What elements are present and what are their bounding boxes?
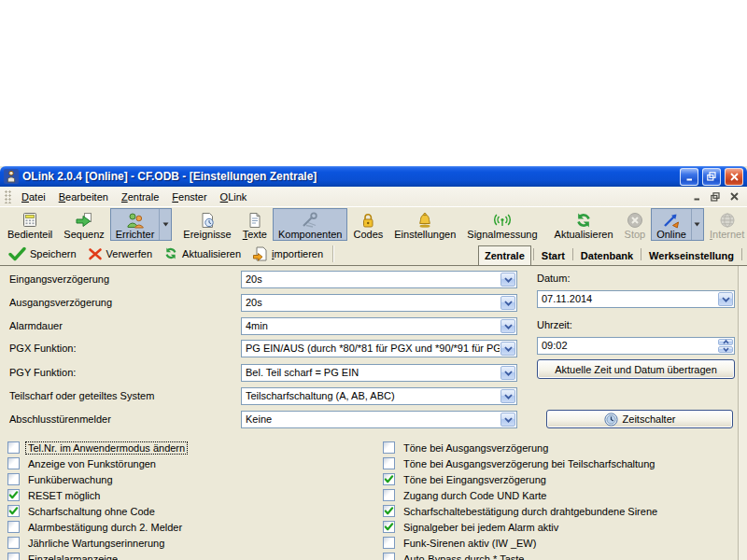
toolbar-button-codes[interactable]: Codes (347, 208, 388, 241)
toolbar-button-verwerfen[interactable]: Verwerfen (82, 244, 159, 264)
menu-item-fenster[interactable]: Fenster (165, 189, 213, 205)
checkbox[interactable] (383, 441, 395, 454)
toolbar-button-signalmessung[interactable]: Signalmessung (461, 208, 543, 241)
checkbox[interactable] (383, 489, 395, 501)
checkbox-row[interactable]: Funküberwachung (7, 473, 187, 485)
spinner-down-button[interactable] (718, 346, 733, 353)
tab-zentrale[interactable]: Zentrale (478, 245, 531, 266)
checkbox-row[interactable]: Zugang durch Code UND Karte (383, 489, 659, 501)
checkbox-checked[interactable] (7, 489, 20, 501)
dropdown-pgy-funktion[interactable]: Bel. Teil scharf = PG EIN (241, 364, 517, 382)
tab-start[interactable]: Start (536, 245, 571, 265)
checkbox-checked[interactable] (383, 505, 395, 517)
tab-werkseinstellung[interactable]: Werkseinstellung (643, 245, 740, 265)
menu-item-datei[interactable]: Datei (15, 189, 52, 205)
tab-datenbank[interactable]: Datenbank (575, 245, 639, 265)
dropdown-arrow-button[interactable] (500, 296, 515, 310)
checkbox-row[interactable]: Scharfschaltebestätigung durch drahtgebu… (383, 505, 659, 517)
dropdown-eingangsverz-gerung[interactable]: 20s (241, 271, 517, 288)
edit-toolbar: SpeichernVerwerfenAktualisierenimportier… (0, 242, 747, 266)
time-spinner[interactable]: 09:02 (537, 337, 735, 355)
dropdown-arrow-button[interactable] (718, 292, 733, 306)
mdi-restore-button[interactable] (708, 190, 723, 203)
checkbox-row[interactable]: Töne bei Eingangsverzögerung (383, 473, 659, 485)
toolbar-button-importieren[interactable]: importieren (247, 244, 329, 264)
checkbox[interactable] (383, 553, 395, 560)
restore-button[interactable] (702, 168, 721, 186)
toolbar-button-bedienteil[interactable]: Bedienteil (2, 208, 58, 241)
checkbox-checked[interactable] (383, 521, 395, 533)
checkbox-row[interactable]: Auto-Bypass durch * Taste (383, 553, 659, 560)
dropdown-arrow-button[interactable] (159, 209, 171, 240)
toolbar-button-online[interactable]: Online (652, 209, 691, 240)
checkbox-column-left: Tel.Nr. im Anwendermodus ändernAnzeige v… (7, 441, 187, 560)
menu-item-bearbeiten[interactable]: Bearbeiten (52, 189, 115, 205)
checkbox-row[interactable]: Töne bei Ausgangsverzögerung (383, 441, 659, 454)
checkbox-row[interactable]: Jährliche Wartungserinnerung (7, 537, 187, 549)
toolbar-button-label: Sequenz (63, 229, 104, 240)
minimize-icon (693, 192, 701, 201)
dropdown-ausgangsverz-gerung[interactable]: 20s (241, 294, 517, 312)
menu-item-olink[interactable]: OLink (214, 189, 254, 205)
toolbar-drag-handle[interactable] (5, 190, 12, 203)
checkbox[interactable] (383, 537, 395, 549)
dropdown-pgx-funktion[interactable]: PG EIN/AUS (durch *80/*81 für PGX und *9… (241, 340, 517, 357)
close-button[interactable] (725, 168, 743, 186)
checkbox-row[interactable]: Einzelalarmanzeige (7, 553, 187, 560)
dropdown-value: 20s (242, 295, 500, 311)
toolbar-splitbutton-online[interactable]: Online (651, 208, 704, 241)
checkbox-row[interactable]: Anzeige von Funkstörungen (7, 457, 187, 469)
toolbar-button-sequenz[interactable]: Sequenz (58, 208, 109, 241)
form-label-eingangsverz-gerung: Eingangsverzögerung (9, 273, 109, 285)
zeitschalter-button[interactable]: Zeitschalter (546, 410, 733, 428)
menu-item-zentrale[interactable]: Zentrale (115, 189, 165, 205)
dropdown-arrow-button[interactable] (500, 342, 515, 356)
checkbox[interactable] (7, 521, 20, 533)
checkbox-checked[interactable] (7, 505, 20, 517)
dropdown-arrow-button[interactable] (500, 273, 515, 287)
checkbox[interactable] (383, 457, 395, 469)
tab-separator (572, 248, 573, 260)
dropdown-arrow-button[interactable] (500, 319, 515, 333)
toolbar-button-errichter[interactable]: Errichter (111, 209, 160, 240)
checkbox-checked[interactable] (383, 473, 395, 485)
checkbox-row[interactable]: Töne bei Ausgangsverzögerung bei Teilsch… (383, 457, 659, 469)
title-bar[interactable]: OLink 2.0.4 [Online] - CF.ODB - [Einstel… (0, 166, 747, 187)
dropdown-arrow-button[interactable] (691, 209, 703, 240)
toolbar-button-komponenten[interactable]: Komponenten (273, 208, 348, 241)
mdi-close-button[interactable] (726, 190, 741, 203)
transfer-datetime-button[interactable]: Aktuelle Zeit und Datum übertragen (537, 359, 735, 379)
checkbox-row[interactable]: Scharfschaltung ohne Code (7, 505, 187, 517)
dropdown-abschlusst-renmelder[interactable]: Keine (241, 411, 517, 428)
checkbox-row[interactable]: Signalgeber bei jedem Alarm aktiv (383, 521, 659, 533)
dropdown-arrow-button[interactable] (500, 389, 515, 403)
spinner-up-button[interactable] (718, 339, 733, 345)
toolbar-button-internet[interactable]: Internet (704, 208, 747, 241)
toolbar-button-aktualisieren[interactable]: Aktualisieren (549, 208, 619, 241)
checkbox[interactable] (7, 537, 20, 549)
toolbar-button-aktualisieren[interactable]: Aktualisieren (158, 244, 247, 263)
toolbar-button-einstellungen[interactable]: Einstellungen (388, 208, 461, 241)
toolbar-button-speichern[interactable]: Speichern (3, 244, 82, 264)
refresh-small-icon (163, 246, 178, 260)
checkbox[interactable] (7, 457, 20, 469)
toolbar-button-texte[interactable]: Texte (237, 208, 273, 241)
checkbox[interactable] (7, 441, 20, 454)
checkbox-row[interactable]: Alarmbestätigung durch 2. Melder (7, 521, 187, 533)
dropdown-alarmdauer[interactable]: 4min (241, 317, 517, 335)
mdi-minimize-button[interactable] (689, 190, 704, 203)
form-label-pgy-funktion: PGY Funktion: (9, 367, 76, 378)
dropdown-teilscharf-oder-geteiltes-system[interactable]: Teilscharfschaltung (A, AB, ABC) (241, 387, 517, 405)
date-dropdown[interactable]: 07.11.2014 (537, 290, 735, 308)
dropdown-arrow-button[interactable] (500, 366, 515, 380)
toolbar-splitbutton-errichter[interactable]: Errichter (110, 208, 173, 241)
checkbox-row[interactable]: RESET möglich (7, 489, 187, 501)
checkbox[interactable] (7, 553, 20, 560)
checkbox[interactable] (7, 473, 20, 485)
toolbar-button-stop[interactable]: Stop (619, 208, 652, 241)
minimize-button[interactable] (680, 168, 698, 186)
dropdown-arrow-button[interactable] (500, 413, 515, 427)
checkbox-row[interactable]: Tel.Nr. im Anwendermodus ändern (7, 441, 187, 454)
checkbox-row[interactable]: Funk-Sirenen aktiv (IW _EW) (383, 537, 659, 549)
toolbar-button-ereignisse[interactable]: Ereignisse (177, 208, 236, 241)
